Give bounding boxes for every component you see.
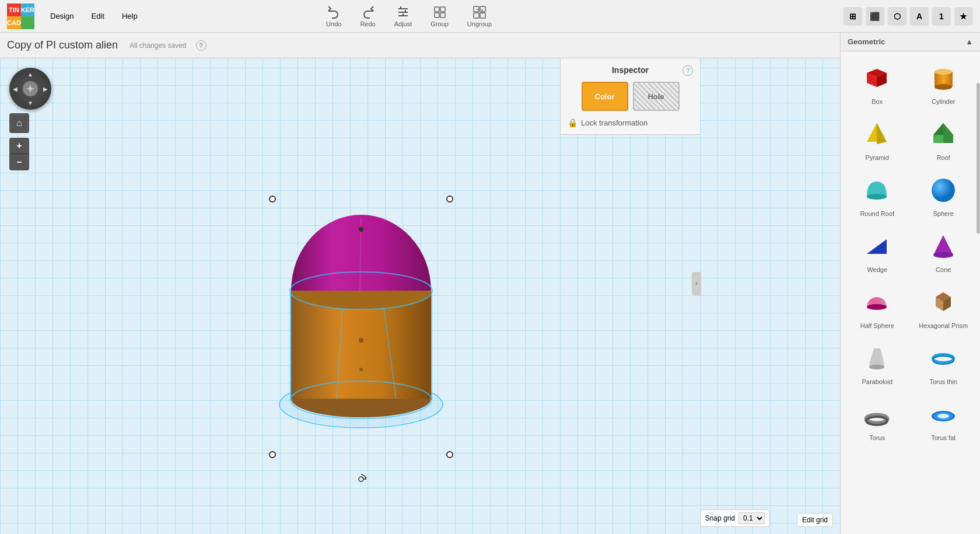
adjust-label: Adjust [394,20,412,27]
paraboloid-label: Paraboloid [862,378,892,385]
nav-edit[interactable]: Edit [83,8,112,24]
adjust-button[interactable]: Adjust [390,3,417,30]
shape-torus-thin[interactable]: Torus thin [912,336,976,390]
shape-half-sphere[interactable]: Half Sphere [845,280,909,334]
view-num-btn[interactable]: 1 [932,7,951,26]
redo-button[interactable]: Redo [355,3,380,30]
nav-help[interactable]: Help [114,8,146,24]
svg-point-62 [937,414,949,418]
shapes-expand-icon[interactable]: ▲ [965,37,973,46]
shape-pyramid[interactable]: Pyramid [845,112,909,166]
svg-point-14 [29,87,32,90]
logo[interactable]: TIN KER CAD [7,4,33,29]
svg-point-47 [932,179,955,202]
svg-marker-42 [877,123,887,144]
cone-label: Cone [936,266,951,273]
undo-button[interactable]: Undo [321,3,346,30]
undo-label: Undo [326,20,341,27]
shape-cylinder[interactable]: Cylinder [912,56,976,110]
inspector-help[interactable]: ? [682,65,693,76]
save-status: All changes saved [130,41,186,50]
ungroup-label: Ungroup [467,20,492,27]
svg-point-19 [359,477,363,481]
handle-tl[interactable] [269,196,276,203]
zoom-in-btn[interactable]: + [9,138,29,154]
svg-point-28 [359,227,363,232]
svg-point-51 [933,252,953,258]
view-text-btn[interactable]: A [910,7,929,26]
viewport[interactable]: Copy of PI custom alien All changes save… [0,33,840,534]
edit-grid-controls[interactable]: Edit grid [797,513,833,527]
cylinder-label: Cylinder [932,98,955,105]
shape-sphere[interactable]: Sphere [912,168,976,222]
nav-ring[interactable]: ▲ ▼ ◀ ▶ [9,68,51,110]
logo-tin: TIN [7,4,21,16]
topbar: TIN KER CAD Design Edit Help Undo Redo [0,0,980,33]
svg-marker-45 [943,123,953,143]
handle-br[interactable] [446,451,453,458]
handle-tr[interactable] [446,196,453,203]
edit-grid-label[interactable]: Edit grid [802,516,828,524]
shape-torus-fat[interactable]: Torus fat [912,392,976,446]
inspector-panel: Inspector ? Color Hole 🔒 Lock transforma… [560,58,700,135]
shape-cone[interactable]: Cone [912,224,976,278]
shape-wedge[interactable]: Wedge [845,224,909,278]
svg-marker-48 [867,239,887,254]
help-badge[interactable]: ? [196,40,206,51]
main-area: Copy of PI custom alien All changes save… [0,33,980,534]
svg-rect-6 [435,7,439,12]
view-grid-btn[interactable]: ⊞ [844,7,862,26]
nav-left[interactable]: ◀ [13,86,18,92]
nav-center-btn[interactable] [23,81,38,96]
svg-marker-50 [933,235,953,255]
svg-point-40 [935,84,952,90]
svg-rect-8 [435,13,439,18]
torus-thin-label: Torus thin [929,378,957,385]
shape-round-roof[interactable]: Round Roof [845,168,909,222]
svg-point-39 [935,69,952,75]
snap-grid-label: Snap grid [705,514,735,522]
shape-roof[interactable]: Roof [912,112,976,166]
shape-hexagonal-prism[interactable]: Hexagonal Prism [912,280,976,334]
view-box-btn[interactable]: ⬛ [866,7,884,26]
collapse-panel-btn[interactable]: › [692,272,701,295]
wedge-label: Wedge [867,266,887,273]
shape-torus[interactable]: Torus [845,392,909,446]
color-button[interactable]: Color [582,82,628,111]
home-button[interactable]: ⌂ [9,113,29,133]
lock-label: Lock transformation [581,118,648,127]
svg-rect-9 [440,13,445,18]
half-sphere-label: Half Sphere [860,322,894,329]
nav-right[interactable]: ▶ [43,86,48,92]
group-button[interactable]: Group [426,3,453,30]
snap-value-select[interactable]: 0.1 1.0 2.0 [738,512,765,524]
3d-object[interactable] [274,200,449,451]
redo-label: Redo [360,20,375,27]
round-roof-label: Round Roof [860,210,894,217]
hole-button[interactable]: Hole [633,82,680,111]
zoom-out-btn[interactable]: − [9,154,29,170]
shapes-panel: Geometric ▲ Box [840,33,980,534]
nav-controls: ▲ ▼ ◀ ▶ ⌂ + − [9,68,51,170]
snap-controls: Snap grid 0.1 1.0 2.0 [700,509,770,527]
handle-bl[interactable] [269,451,276,458]
nav-up[interactable]: ▲ [27,71,33,78]
shape-box[interactable]: Box [845,56,909,110]
svg-point-30 [359,368,363,371]
nav-design[interactable]: Design [42,8,82,24]
3d-scene[interactable] [0,58,840,534]
ungroup-button[interactable]: Ungroup [463,3,496,30]
torus-label: Torus [869,434,885,441]
shapes-header: Geometric ▲ [841,33,980,51]
sphere-label: Sphere [933,210,954,217]
roof-label: Roof [937,154,950,161]
nav-down[interactable]: ▼ [27,100,33,106]
view-hex-btn[interactable]: ⬡ [888,7,907,26]
shape-paraboloid[interactable]: Paraboloid [845,336,909,390]
svg-rect-7 [440,7,445,12]
nav-menu: Design Edit Help [42,8,146,24]
view-star-btn[interactable]: ★ [954,7,973,26]
shapes-grid: Box [841,51,980,451]
lock-row: 🔒 Lock transformation [568,118,693,127]
rotation-handle[interactable] [354,472,368,488]
